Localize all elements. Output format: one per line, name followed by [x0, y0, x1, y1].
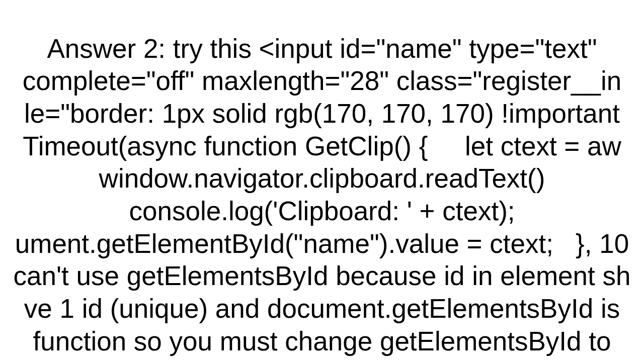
answer-line-1: complete="off" maxlength="28" class="reg… [23, 66, 622, 96]
answer-text-block: Answer 2: try this <input id="name" type… [0, 0, 644, 362]
answer-line-7: can't use getElementsById because id in … [14, 261, 631, 291]
answer-line-10: getElementById [228, 358, 416, 362]
answer-line-5: console.log('Clipboard: ' + ctext); [129, 196, 515, 226]
answer-line-6: ument.getElementById("name").value = cte… [15, 229, 629, 258]
answer-line-4: window.navigator.clipboard.readText() [99, 163, 545, 193]
answer-line-3: Timeout(async function GetClip() { let c… [23, 131, 621, 161]
answer-line-2: le="border: 1px solid rgb(170, 170, 170)… [24, 99, 620, 128]
answer-line-9: function so you must change getElementsB… [33, 326, 611, 356]
answer-line-0: Answer 2: try this <input id="name" type… [47, 34, 597, 63]
answer-line-8: ve 1 id (unique) and document.getElement… [24, 294, 620, 323]
